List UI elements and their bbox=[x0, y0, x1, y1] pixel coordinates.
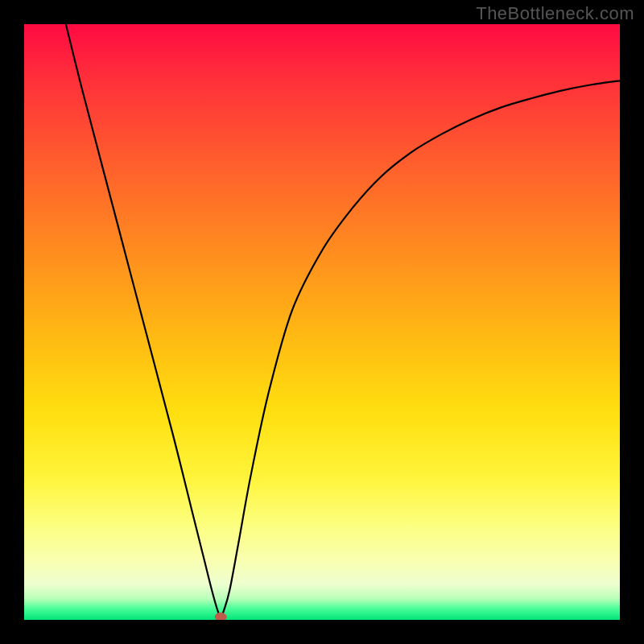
plot-area bbox=[24, 24, 620, 620]
curve-layer bbox=[24, 24, 620, 620]
minimum-marker bbox=[215, 613, 226, 620]
chart-frame: TheBottleneck.com bbox=[0, 0, 644, 644]
bottleneck-curve bbox=[66, 24, 620, 617]
watermark-text: TheBottleneck.com bbox=[476, 3, 634, 24]
